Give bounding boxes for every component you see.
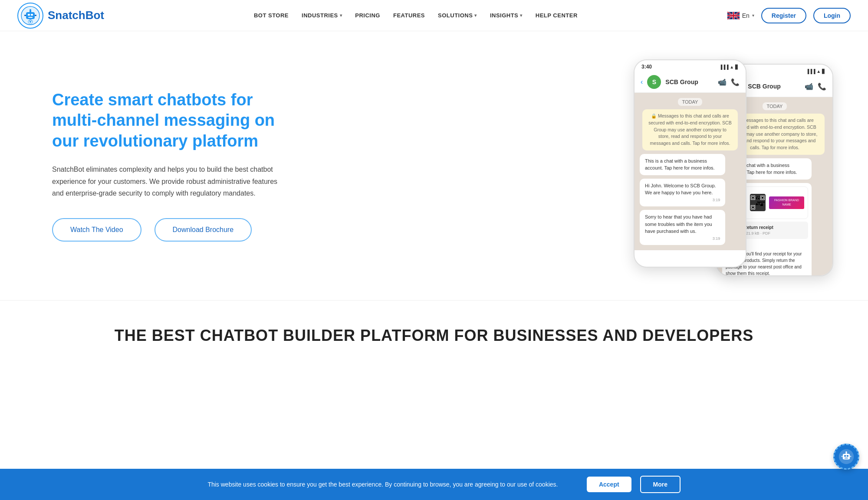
avatar-front: S <box>647 75 661 89</box>
hero-section: Create smart chatbots for multi-channel … <box>0 31 868 300</box>
svg-rect-27 <box>758 198 760 199</box>
svg-rect-25 <box>759 196 760 197</box>
chat-header-front: ‹ S SCB Group 📹 📞 <box>635 72 746 93</box>
svg-rect-7 <box>24 15 26 16</box>
uk-flag-icon <box>727 12 740 20</box>
svg-rect-31 <box>760 202 765 203</box>
logo-link[interactable]: SnatchBot <box>17 3 104 29</box>
nav-item-insights[interactable]: INSIGHTS ▾ <box>490 12 523 19</box>
brand-name: SnatchBot <box>48 9 104 22</box>
msg-time-1: 3:19 <box>645 197 720 203</box>
hero-description: SnatchBot eliminates complexity and help… <box>52 163 278 199</box>
chat-body-front: TODAY 🔒 Messages to this chat and calls … <box>635 93 746 250</box>
nav-item-features[interactable]: FEATURES <box>393 12 425 19</box>
pdf-name: Return receipt <box>744 224 773 231</box>
section-tagline: THE BEST CHATBOT BUILDER PLATFORM FOR BU… <box>0 300 868 362</box>
chat-actions-front: 📹 📞 <box>718 78 740 86</box>
nav-right: En ▾ Register Login <box>727 8 851 23</box>
msg-time-2: 3:19 <box>645 236 720 242</box>
download-brochure-button[interactable]: Download Brochure <box>155 218 252 242</box>
svg-rect-3 <box>31 14 33 16</box>
msg-received-2: Sorry to hear that you have had some tro… <box>640 210 725 245</box>
logo-icon <box>21 6 40 25</box>
date-divider-front: TODAY <box>678 98 703 106</box>
svg-point-6 <box>30 9 31 11</box>
register-button[interactable]: Register <box>761 8 806 23</box>
video-icon-2: 📹 <box>805 82 813 91</box>
svg-rect-10 <box>30 21 31 23</box>
status-bar-front: 3:40 ▐▐▐ ▲ ▊ <box>635 60 746 72</box>
chat-actions-back: 📹 📞 <box>805 82 826 91</box>
msg-system-front: 🔒 Messages to this chat and calls are se… <box>642 109 738 150</box>
watch-video-button[interactable]: Watch The Video <box>52 218 141 242</box>
signal-icons-back: ▐▐▐ ▲ ▊ <box>806 69 825 74</box>
navbar: SnatchBot BOT STORE INDUSTRIES ▾ PRICING… <box>0 0 868 31</box>
nav-item-help-center[interactable]: HELP CENTER <box>536 12 578 19</box>
qr-icon <box>750 195 766 210</box>
phone-icon-2: 📞 <box>818 82 826 91</box>
svg-rect-19 <box>762 197 763 199</box>
login-button[interactable]: Login <box>813 8 851 23</box>
svg-rect-1 <box>26 12 35 19</box>
video-icon: 📹 <box>718 78 727 86</box>
svg-rect-4 <box>28 17 33 18</box>
section-tagline-heading: THE BEST CHATBOT BUILDER PLATFORM FOR BU… <box>17 327 851 345</box>
svg-rect-28 <box>757 202 760 203</box>
time-front: 3:40 <box>641 64 652 70</box>
nav-links: BOT STORE INDUSTRIES ▾ PRICING FEATURES … <box>254 12 578 19</box>
chevron-down-icon: ▾ <box>752 13 754 18</box>
chat-name-back: SCB Group <box>748 83 800 90</box>
svg-rect-15 <box>752 197 754 199</box>
nav-item-industries[interactable]: INDUSTRIES ▾ <box>302 12 342 19</box>
pdf-size: 121.9 kB · PDF <box>744 231 773 237</box>
svg-rect-26 <box>756 197 757 199</box>
chevron-down-icon: ▾ <box>520 13 523 18</box>
pdf-info: Return receipt 121.9 kB · PDF <box>744 224 773 237</box>
hero-heading: Create smart chatbots for multi-channel … <box>52 90 278 152</box>
msg-received-1: Hi John. Welcome to SCB Group. We are ha… <box>640 179 725 207</box>
svg-rect-32 <box>761 203 763 204</box>
fashion-tag: FASHION BRAND NAME <box>769 196 804 209</box>
svg-rect-23 <box>752 206 754 208</box>
back-arrow-icon: ‹ <box>641 78 643 86</box>
hero-phones: 3:40 ▐▐▐ ▲ ▊ ‹ S SCB Group 📹 📞 TODAY 🔒 M… <box>295 55 833 276</box>
language-selector[interactable]: En ▾ <box>727 12 754 20</box>
language-label: En <box>742 12 750 19</box>
svg-rect-29 <box>756 203 758 205</box>
nav-item-solutions[interactable]: SOLUTIONS ▾ <box>438 12 477 19</box>
chat-name-front: SCB Group <box>665 78 713 85</box>
signal-icons-front: ▐▐▐ ▲ ▊ <box>719 65 739 69</box>
svg-rect-2 <box>28 14 30 16</box>
msg-business-front: This is a chat with a business account. … <box>640 154 725 175</box>
logo-circle <box>17 3 43 29</box>
svg-rect-33 <box>760 204 763 206</box>
svg-rect-30 <box>759 203 760 205</box>
svg-rect-8 <box>35 15 36 16</box>
hero-buttons: Watch The Video Download Brochure <box>52 218 278 242</box>
chevron-down-icon: ▾ <box>340 13 342 18</box>
nav-item-pricing[interactable]: PRICING <box>355 12 380 19</box>
phone-icon: 📞 <box>731 78 740 86</box>
hero-content: Create smart chatbots for multi-channel … <box>52 90 295 242</box>
qr-code <box>750 194 766 211</box>
chevron-down-icon: ▾ <box>474 13 477 18</box>
date-divider-back: TODAY <box>763 102 787 110</box>
phone-front: 3:40 ▐▐▐ ▲ ▊ ‹ S SCB Group 📹 📞 TODAY 🔒 M… <box>634 59 746 268</box>
svg-rect-24 <box>757 196 758 197</box>
nav-item-bot-store[interactable]: BOT STORE <box>254 12 289 19</box>
